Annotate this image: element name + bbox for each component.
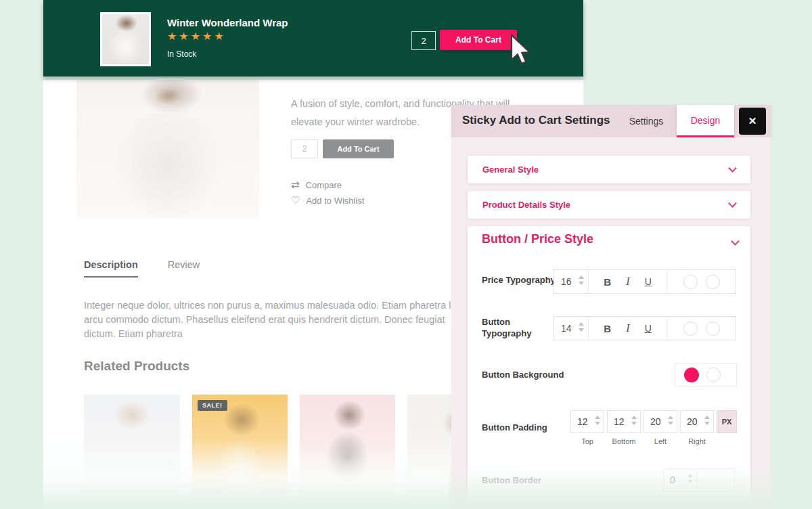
background-color-swatch[interactable]	[706, 368, 721, 382]
chevron-down-icon	[728, 164, 737, 173]
sticky-add-to-cart-button[interactable]: Add To Cart	[440, 30, 517, 50]
sale-badge: SALE!	[198, 400, 227, 411]
price-format-buttons: B I U	[589, 270, 667, 293]
bold-button[interactable]: B	[604, 276, 611, 288]
stepper	[631, 416, 637, 425]
button-format-buttons: B I U	[589, 317, 667, 340]
stepper	[579, 275, 584, 285]
stepper-down-icon[interactable]	[579, 282, 584, 285]
wishlist-link[interactable]: ♡ Add to Wishlist	[291, 194, 364, 206]
stepper-down-icon[interactable]	[687, 480, 693, 483]
heart-icon: ♡	[291, 194, 300, 206]
tab-description[interactable]: Description	[84, 259, 138, 278]
stepper-up-icon[interactable]	[579, 275, 584, 279]
italic-button[interactable]: I	[626, 322, 629, 334]
stepper-down-icon[interactable]	[595, 422, 600, 425]
price-typography-controls: 16 B I U	[554, 269, 736, 294]
padding-right-input[interactable]: 20	[680, 410, 714, 433]
sticky-product-thumbnail	[100, 12, 151, 66]
padding-left-value: 20	[650, 416, 661, 427]
stepper-up-icon[interactable]	[595, 416, 600, 419]
padding-right-caption: Right	[680, 437, 714, 445]
price-typography-label: Price Typography	[482, 275, 556, 285]
chevron-down-icon	[728, 199, 737, 208]
related-products-heading: Related Products	[84, 359, 189, 374]
padding-bottom-value: 12	[614, 416, 625, 427]
rating-stars-icon: ★★★★★	[167, 30, 226, 43]
accordion-label: Product Details Style	[482, 200, 570, 210]
price-color-swatches	[667, 270, 736, 293]
button-padding-inputs: 12 12 20	[570, 410, 737, 433]
underline-button[interactable]: U	[645, 323, 652, 334]
border-style-input[interactable]	[697, 468, 735, 491]
color-swatch[interactable]	[683, 322, 698, 336]
padding-top-input[interactable]: 12	[570, 410, 604, 433]
sticky-product-title: Winter Wonderland Wrap	[167, 17, 288, 28]
stepper-up-icon[interactable]	[704, 416, 710, 419]
padding-top-value: 12	[577, 416, 588, 427]
compare-icon: ⇄	[291, 179, 300, 191]
accordion-general-style[interactable]: General Style	[468, 156, 750, 183]
wishlist-label: Add to Wishlist	[306, 196, 364, 206]
related-product-card[interactable]: SALE!	[192, 395, 288, 509]
page-add-to-cart-button[interactable]: Add To Cart	[323, 139, 394, 158]
accordion-label: General Style	[482, 164, 539, 175]
tab-review[interactable]: Review	[168, 259, 200, 278]
padding-left-caption: Left	[644, 437, 677, 445]
stepper-down-icon[interactable]	[579, 328, 584, 332]
button-border-inputs: 0	[663, 468, 735, 491]
panel-header: Sticky Add to Cart Settings Settings Des…	[451, 105, 771, 137]
background-color-swatch-selected[interactable]	[684, 368, 699, 382]
stepper	[687, 474, 693, 483]
tab-settings[interactable]: Settings	[612, 105, 680, 137]
padding-unit-px: PX	[717, 410, 737, 433]
padding-right-value: 20	[687, 416, 698, 427]
button-color-swatches	[667, 317, 736, 340]
related-products-row: SALE!	[84, 395, 503, 509]
color-swatch[interactable]	[683, 275, 698, 289]
stepper-up-icon[interactable]	[579, 322, 584, 326]
sticky-add-to-cart-bar: Winter Wonderland Wrap ★★★★★ In Stock 2 …	[43, 0, 583, 76]
padding-top-caption: Top	[570, 437, 604, 445]
compare-label: Compare	[306, 180, 342, 190]
tab-design[interactable]: Design	[677, 105, 734, 137]
page-quantity-input[interactable]: 2	[291, 139, 318, 158]
stepper-up-icon[interactable]	[631, 416, 637, 419]
price-font-size-value: 16	[561, 276, 572, 287]
button-font-size-input[interactable]: 14	[554, 317, 589, 340]
button-border-label: Button Border	[482, 475, 541, 485]
price-font-size-input[interactable]: 16	[554, 270, 589, 293]
color-swatch[interactable]	[706, 275, 720, 289]
related-product-card[interactable]	[84, 395, 180, 509]
stepper-down-icon[interactable]	[704, 422, 710, 425]
stock-status: In Stock	[167, 49, 196, 59]
button-background-control	[675, 363, 737, 386]
panel-title: Sticky Add to Cart Settings	[462, 114, 610, 127]
stepper-down-icon[interactable]	[668, 422, 673, 425]
accordion-title[interactable]: Button / Price Style	[482, 232, 593, 246]
padding-bottom-input[interactable]: 12	[607, 410, 641, 433]
color-swatch[interactable]	[706, 322, 720, 336]
related-product-card[interactable]	[300, 395, 395, 509]
sticky-quantity-input[interactable]: 2	[411, 31, 436, 50]
button-background-label: Button Background	[482, 370, 564, 380]
accordion-button-price-style: Button / Price Style Price Typography 16…	[468, 226, 750, 509]
panel-body: General Style Product Details Style Butt…	[451, 137, 771, 509]
accordion-product-details-style[interactable]: Product Details Style	[468, 191, 750, 219]
padding-left-input[interactable]: 20	[644, 410, 677, 433]
stepper	[704, 416, 710, 425]
padding-side-labels: Top Bottom Left Right	[570, 437, 714, 445]
product-tabs: Description Review	[84, 259, 200, 278]
stepper	[595, 416, 600, 425]
chevron-down-icon[interactable]	[731, 237, 740, 246]
stepper	[668, 416, 673, 425]
stepper-up-icon[interactable]	[687, 474, 693, 477]
compare-link[interactable]: ⇄ Compare	[291, 179, 342, 191]
underline-button[interactable]: U	[645, 276, 652, 287]
stepper-down-icon[interactable]	[631, 422, 637, 425]
close-icon[interactable]: ✕	[739, 108, 766, 135]
border-width-input[interactable]: 0	[663, 468, 697, 491]
bold-button[interactable]: B	[604, 323, 611, 334]
stepper-up-icon[interactable]	[668, 416, 673, 419]
italic-button[interactable]: I	[626, 275, 629, 288]
